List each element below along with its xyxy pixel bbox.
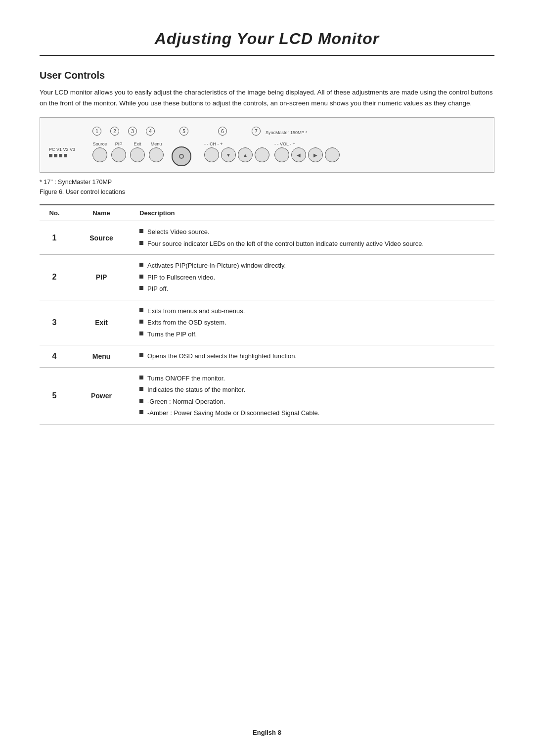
cell-desc-5: Turns ON/OFF the monitor.Indicates the s… — [134, 367, 494, 424]
ch-up-btn[interactable]: ▲ — [238, 147, 253, 162]
cell-no-4: 4 — [40, 345, 69, 368]
section-heading: User Controls — [40, 70, 494, 81]
vol-left-btn[interactable]: ◀ — [291, 147, 306, 162]
desc-text: Selects Video source. — [147, 227, 210, 237]
num-7: 7 — [252, 127, 261, 136]
desc-text: Indicates the status of the monitor. — [147, 385, 245, 395]
vol-btns: ◀ ▶ — [274, 147, 340, 162]
desc-item: Activates PIP(Picture-in-Picture) window… — [139, 261, 489, 271]
num-5: 5 — [179, 127, 188, 136]
exit-btn[interactable] — [130, 147, 145, 162]
num-circle-5: 5 — [179, 127, 188, 136]
desc-item: PIP to Fullscreen video. — [139, 273, 489, 283]
bullet-icon — [139, 331, 143, 335]
cell-name-2: PIP — [69, 255, 134, 300]
cell-no-1: 1 — [40, 221, 69, 255]
menu-btn[interactable] — [149, 147, 164, 162]
ch-label: - - CH - + — [204, 142, 222, 146]
power-btn[interactable] — [172, 146, 191, 166]
desc-item: -Amber : Power Saving Mode or Disconnect… — [139, 408, 489, 418]
controls-table: No. Name Description 1SourceSelects Vide… — [40, 204, 494, 425]
dot-1 — [49, 154, 52, 157]
desc-text: Four source indicator LEDs on the left o… — [147, 239, 424, 249]
bullet-icon — [139, 263, 143, 267]
vol-right-btn[interactable]: ▶ — [308, 147, 323, 162]
cell-no-3: 3 — [40, 300, 69, 345]
bullet-icon — [139, 399, 143, 403]
label-exit: Exit — [130, 142, 145, 146]
bullet-icon — [139, 308, 143, 312]
desc-text: Exits from the OSD system. — [147, 318, 226, 328]
pc-text: PC V1 V2 V3 — [49, 147, 90, 152]
desc-item: Turns ON/OFF the monitor. — [139, 374, 489, 383]
bullet-icon — [139, 353, 143, 357]
cell-name-3: Exit — [69, 300, 134, 345]
page-footer: English 8 — [0, 729, 534, 736]
bullet-icon — [139, 229, 143, 233]
page-title: Adjusting Your LCD Monitor — [40, 30, 494, 56]
label-menu: Menu — [149, 142, 164, 146]
ch-down-btn[interactable]: ▼ — [221, 147, 236, 162]
desc-item: Four source indicator LEDs on the left o… — [139, 239, 489, 249]
num-6: 6 — [218, 127, 227, 136]
desc-list-1: Selects Video source.Four source indicat… — [139, 227, 489, 248]
cell-desc-3: Exits from menus and sub-menus.Exits fro… — [134, 300, 494, 345]
num-3: 3 — [128, 127, 137, 136]
desc-item: Selects Video source. — [139, 227, 489, 237]
bullet-icon — [139, 286, 143, 290]
pip-btn[interactable] — [111, 147, 126, 162]
bullet-icon — [139, 320, 143, 324]
desc-list-5: Turns ON/OFF the monitor.Indicates the s… — [139, 374, 489, 418]
ch-minus-btn[interactable] — [204, 147, 219, 162]
desc-text: Activates PIP(Picture-in-Picture) window… — [147, 261, 286, 271]
label-source: Source — [92, 142, 107, 146]
bullet-icon — [139, 410, 143, 414]
table-row: 1SourceSelects Video source.Four source … — [40, 221, 494, 255]
dot-4 — [64, 154, 67, 157]
desc-text: PIP off. — [147, 284, 168, 294]
power-btn-wrap — [170, 138, 193, 166]
diagram-main-row: PC V1 V2 V3 Source PIP Exit — [49, 138, 485, 166]
cell-desc-2: Activates PIP(Picture-in-Picture) window… — [134, 255, 494, 300]
cell-name-5: Power — [69, 367, 134, 424]
vol-plus-btn[interactable] — [325, 147, 340, 162]
table-row: 5PowerTurns ON/OFF the monitor.Indicates… — [40, 367, 494, 424]
desc-text: Exits from menus and sub-menus. — [147, 306, 245, 316]
desc-text: Turns the PIP off. — [147, 330, 197, 339]
btn-group-left: Source PIP Exit Menu — [92, 142, 164, 162]
desc-item: Exits from menus and sub-menus. — [139, 306, 489, 316]
ch-btns: ▼ ▲ — [204, 147, 269, 162]
vol-minus-btn[interactable] — [274, 147, 289, 162]
num-circle-4: 4 — [146, 127, 155, 136]
cell-name-4: Menu — [69, 345, 134, 368]
desc-text: -Amber : Power Saving Mode or Disconnect… — [147, 408, 319, 418]
desc-list-4: Opens the OSD and selects the highlighte… — [139, 351, 489, 361]
desc-list-3: Exits from menus and sub-menus.Exits fro… — [139, 306, 489, 339]
dot-2 — [54, 154, 57, 157]
body-text: Your LCD monitor allows you to easily ad… — [40, 87, 494, 108]
btns-row — [92, 147, 164, 162]
th-name: Name — [69, 205, 134, 221]
pc-dots — [49, 154, 90, 157]
bullet-icon — [139, 376, 143, 379]
pc-labels-section: PC V1 V2 V3 — [49, 147, 92, 157]
desc-text: Opens the OSD and selects the highlighte… — [147, 351, 297, 361]
control-diagram: 1 2 3 4 5 — [40, 117, 494, 173]
desc-text: Turns ON/OFF the monitor. — [147, 374, 225, 383]
source-btn[interactable] — [92, 147, 107, 162]
num-circle-3: 3 — [128, 127, 137, 136]
desc-item: Indicates the status of the monitor. — [139, 385, 489, 395]
num-circle-1: 1 — [92, 127, 101, 136]
table-row: 4MenuOpens the OSD and selects the highl… — [40, 345, 494, 368]
desc-list-2: Activates PIP(Picture-in-Picture) window… — [139, 261, 489, 294]
cell-desc-4: Opens the OSD and selects the highlighte… — [134, 345, 494, 368]
dot-3 — [59, 154, 62, 157]
syncmaster-label: SyncMaster 150MP * — [266, 130, 307, 136]
desc-item: PIP off. — [139, 284, 489, 294]
bullet-icon — [139, 387, 143, 391]
num-4: 4 — [146, 127, 155, 136]
table-row: 3ExitExits from menus and sub-menus.Exit… — [40, 300, 494, 345]
desc-item: Exits from the OSD system. — [139, 318, 489, 328]
page: Adjusting Your LCD Monitor User Controls… — [0, 0, 534, 756]
ch-plus-btn[interactable] — [255, 147, 269, 162]
